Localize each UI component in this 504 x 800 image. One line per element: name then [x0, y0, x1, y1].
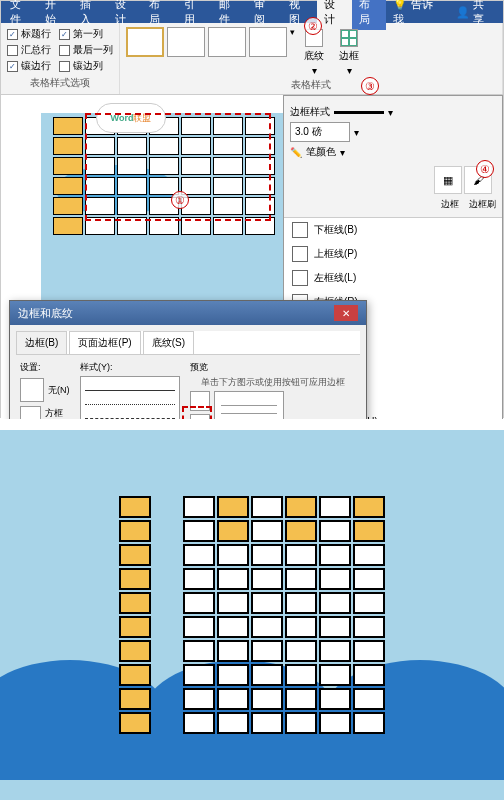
preview-label: 预览	[190, 361, 356, 374]
annotation-6-marquee	[182, 406, 212, 419]
tab-shading[interactable]: 底纹(S)	[143, 331, 194, 354]
border-tool-button[interactable]: ▦	[434, 166, 462, 194]
menu-bar: 文件 开始 插入 设计 布局 引用 邮件 审阅 视图 设计 布局 💡 告诉我 👤…	[1, 1, 503, 23]
style-label: 样式(Y):	[80, 361, 180, 374]
style-dropdown-icon[interactable]: ▾	[290, 27, 295, 37]
result-panel	[0, 430, 504, 800]
tab-page-border[interactable]: 页面边框(P)	[69, 331, 140, 354]
setting-box[interactable]: 方框(X)	[20, 406, 70, 419]
border-style-label: 边框样式	[290, 105, 330, 119]
dialog-titlebar[interactable]: 边框和底纹✕	[10, 301, 366, 325]
header-row-checkbox[interactable]: ✓标题行	[7, 27, 51, 41]
table-style-thumb[interactable]	[167, 27, 205, 57]
ribbon: ✓标题行 ✓第一列 汇总行 最后一列 ✓镶边行 镶边列 表格样式选项	[1, 23, 503, 95]
styles-label: 表格样式	[126, 78, 496, 92]
borders-button[interactable]: 边框▾	[333, 27, 365, 78]
tab-border[interactable]: 边框(B)	[16, 331, 67, 354]
word-window: 文件 开始 插入 设计 布局 引用 邮件 审阅 视图 设计 布局 💡 告诉我 👤…	[0, 0, 504, 418]
annotation-4: ④	[476, 160, 494, 178]
result-table-left	[117, 494, 153, 736]
preview-hint: 单击下方图示或使用按钮可应用边框	[190, 376, 356, 389]
setting-none[interactable]: 无(N)	[20, 378, 70, 402]
table-style-options-group: ✓标题行 ✓第一列 汇总行 最后一列 ✓镶边行 镶边列 表格样式选项	[1, 23, 120, 94]
annotation-3: ③	[361, 77, 379, 95]
setting-label: 设置:	[20, 361, 70, 374]
table-style-thumb[interactable]	[126, 27, 164, 57]
border-weight-select[interactable]: 3.0 磅	[290, 122, 350, 142]
annotation-1: ①	[171, 191, 189, 209]
table-style-thumb[interactable]	[208, 27, 246, 57]
last-col-checkbox[interactable]: 最后一列	[59, 43, 113, 57]
options-label: 表格样式选项	[7, 76, 113, 90]
annotation-2: ②	[304, 17, 322, 35]
banded-row-checkbox[interactable]: ✓镶边行	[7, 59, 51, 73]
first-col-checkbox[interactable]: ✓第一列	[59, 27, 103, 41]
preview-display	[214, 391, 284, 419]
border-left-item[interactable]: 左框线(L)	[284, 266, 502, 290]
pen-color-label: 笔颜色	[306, 145, 336, 159]
border-top-item[interactable]: 上框线(P)	[284, 242, 502, 266]
close-icon[interactable]: ✕	[334, 305, 358, 321]
banded-col-checkbox[interactable]: 镶边列	[59, 59, 103, 73]
dropdown-icon[interactable]: ▾	[388, 107, 393, 118]
table-style-thumb[interactable]	[249, 27, 287, 57]
document-canvas: Word联盟 ① 边框样式▾ 3.0 磅▾ ✏️ 笔颜色▾ ▦ 🖌 边框边框刷	[1, 95, 503, 419]
style-listbox[interactable]	[80, 376, 180, 419]
border-bottom-item[interactable]: 下框线(B)	[284, 218, 502, 242]
result-table-right	[181, 494, 387, 736]
borders-shading-dialog: 边框和底纹✕ 边框(B) 页面边框(P) 底纹(S) 设置: 无(N) 方框(X…	[9, 300, 367, 419]
dropdown-icon[interactable]: ▾	[354, 127, 359, 138]
total-row-checkbox[interactable]: 汇总行	[7, 43, 51, 57]
